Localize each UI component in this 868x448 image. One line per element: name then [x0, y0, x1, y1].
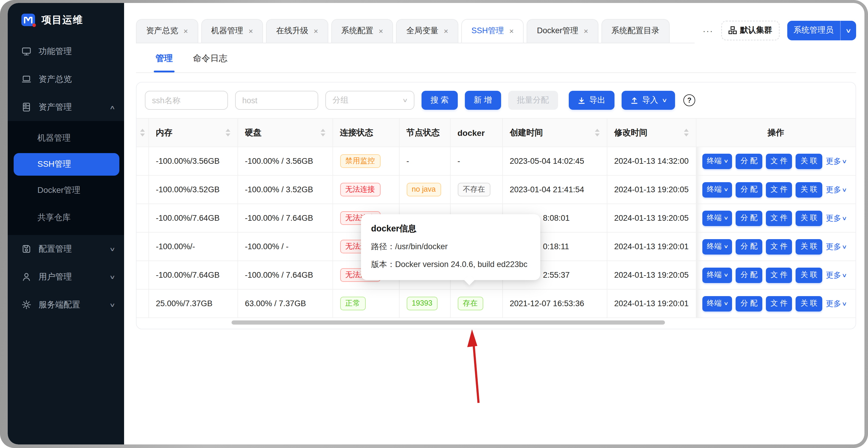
- sidebar-item-用户管理[interactable]: 用户管理∨: [8, 263, 124, 291]
- header-cell-modified[interactable]: 修改时间: [607, 118, 696, 147]
- header-cell-actions: 操作: [696, 118, 856, 147]
- header-cell-mem[interactable]: 内存: [148, 118, 238, 147]
- status-badge: 无法连接: [340, 183, 380, 197]
- group-select[interactable]: 分组 ∨: [326, 91, 414, 110]
- sidebar-item-服务端配置[interactable]: 服务端配置∨: [8, 291, 124, 319]
- tooltip-version-row: 版本：Docker version 24.0.6, build ed223bc: [371, 259, 530, 270]
- close-icon[interactable]: ×: [509, 27, 514, 35]
- app-logo-icon: [21, 12, 36, 28]
- help-icon[interactable]: ?: [683, 94, 695, 106]
- header-cell-clipped: [136, 118, 148, 147]
- server-icon: [21, 102, 31, 113]
- tabs-overflow-button[interactable]: ···: [703, 25, 713, 35]
- close-icon[interactable]: ×: [183, 27, 188, 35]
- cell-docker: 存在: [450, 289, 502, 318]
- terminal-button[interactable]: 终端∨: [702, 296, 732, 311]
- header-cell-created[interactable]: 创建时间: [502, 118, 607, 147]
- assign-button[interactable]: 分 配: [736, 296, 762, 311]
- close-icon[interactable]: ×: [248, 27, 253, 35]
- sidebar-item-Docker管理[interactable]: Docker管理: [8, 177, 124, 204]
- header-label: 节点状态: [406, 127, 440, 138]
- link-button[interactable]: 关 联: [796, 239, 822, 254]
- close-icon[interactable]: ×: [313, 27, 318, 35]
- add-button[interactable]: 新 增: [465, 91, 501, 110]
- header-cell-conn: 连接状态: [333, 118, 399, 147]
- link-button[interactable]: 关 联: [796, 182, 822, 197]
- subtab-管理[interactable]: 管理: [156, 53, 173, 72]
- file-button[interactable]: 文 件: [766, 267, 792, 283]
- tooltip-title: docker信息: [371, 223, 530, 234]
- ssh-name-input[interactable]: [145, 91, 228, 110]
- file-button[interactable]: 文 件: [766, 153, 792, 169]
- header-label: 修改时间: [614, 127, 647, 138]
- more-link[interactable]: 更多∨: [826, 213, 846, 223]
- search-button[interactable]: 搜 索: [422, 91, 458, 110]
- tab-label: 机器管理: [211, 26, 243, 36]
- sidebar-item-功能管理[interactable]: 功能管理: [8, 37, 124, 65]
- more-link[interactable]: 更多∨: [826, 270, 846, 280]
- link-button[interactable]: 关 联: [796, 267, 822, 283]
- sidebar-item-SSH管理[interactable]: SSH管理: [14, 153, 119, 175]
- tab-在线升级[interactable]: 在线升级×: [266, 19, 328, 42]
- cell-clipped: [136, 289, 148, 318]
- batch-assign-button[interactable]: 批量分配: [508, 91, 558, 110]
- tab-机器管理[interactable]: 机器管理×: [201, 19, 263, 42]
- tab-系统配置目录[interactable]: 系统配置目录: [601, 19, 670, 42]
- terminal-button[interactable]: 终端∨: [702, 267, 732, 283]
- tab-SSH管理[interactable]: SSH管理×: [461, 19, 524, 42]
- file-button[interactable]: 文 件: [766, 296, 792, 311]
- more-link[interactable]: 更多∨: [826, 156, 846, 166]
- subtab-命令日志[interactable]: 命令日志: [193, 53, 227, 72]
- sidebar-item-资产总览[interactable]: 资产总览: [8, 65, 124, 93]
- screen: 项目运维 功能管理资产总览资产管理∧机器管理SSH管理Docker管理共享仓库配…: [8, 3, 864, 444]
- assign-button[interactable]: 分 配: [736, 153, 762, 169]
- assign-button[interactable]: 分 配: [736, 267, 762, 283]
- terminal-button[interactable]: 终端∨: [702, 153, 732, 169]
- file-button[interactable]: 文 件: [766, 239, 792, 254]
- close-icon[interactable]: ×: [584, 27, 588, 35]
- tab-Docker管理[interactable]: Docker管理×: [527, 19, 598, 42]
- cell-conn: 禁用监控: [333, 147, 399, 175]
- cluster-select-button[interactable]: 默认集群: [721, 21, 779, 40]
- sort-icon[interactable]: [684, 129, 688, 136]
- sidebar-item-配置管理[interactable]: 配置管理∨: [8, 235, 124, 263]
- tab-系统配置[interactable]: 系统配置×: [331, 19, 393, 42]
- terminal-button[interactable]: 终端∨: [702, 239, 732, 254]
- more-link[interactable]: 更多∨: [826, 241, 846, 252]
- sort-icon[interactable]: [225, 129, 230, 136]
- link-button[interactable]: 关 联: [796, 210, 822, 226]
- sort-icon[interactable]: [320, 129, 325, 136]
- tab-资产总览[interactable]: 资产总览×: [136, 19, 198, 42]
- more-link[interactable]: 更多∨: [826, 298, 846, 309]
- close-icon[interactable]: ×: [444, 27, 448, 35]
- scrollbar-thumb[interactable]: [231, 320, 665, 325]
- sidebar-item-机器管理[interactable]: 机器管理: [8, 125, 124, 152]
- chevron-down-icon: ∨: [842, 244, 847, 250]
- file-button[interactable]: 文 件: [766, 182, 792, 197]
- sidebar-item-资产管理[interactable]: 资产管理∧: [8, 93, 124, 121]
- header-cell-disk[interactable]: 硬盘: [238, 118, 333, 147]
- user-menu-button[interactable]: 系统管理员 ∨: [787, 21, 856, 40]
- tab-label: 全局变量: [406, 26, 438, 36]
- close-icon[interactable]: ×: [379, 27, 383, 35]
- app-logo-row: 项目运维: [8, 3, 124, 37]
- terminal-button[interactable]: 终端∨: [702, 182, 732, 197]
- cell-disk: -100.00% / 7.64GB: [238, 261, 333, 289]
- more-link[interactable]: 更多∨: [826, 184, 846, 195]
- import-button[interactable]: 导入 ∨: [621, 91, 675, 110]
- terminal-button[interactable]: 终端∨: [702, 210, 732, 226]
- host-input[interactable]: [235, 91, 318, 110]
- export-button[interactable]: 导出: [568, 91, 614, 110]
- link-button[interactable]: 关 联: [796, 153, 822, 169]
- assign-button[interactable]: 分 配: [736, 182, 762, 197]
- link-button[interactable]: 关 联: [796, 296, 822, 311]
- assign-button[interactable]: 分 配: [736, 239, 762, 254]
- chevron-down-icon: ∨: [842, 187, 847, 193]
- tab-全局变量[interactable]: 全局变量×: [396, 19, 458, 42]
- file-button[interactable]: 文 件: [766, 210, 792, 226]
- sidebar-item-共享仓库[interactable]: 共享仓库: [8, 204, 124, 231]
- sort-icon[interactable]: [140, 129, 145, 136]
- sort-icon[interactable]: [595, 129, 599, 136]
- assign-button[interactable]: 分 配: [736, 210, 762, 226]
- cell-actions: 终端∨分 配文 件关 联更多∨: [696, 147, 856, 175]
